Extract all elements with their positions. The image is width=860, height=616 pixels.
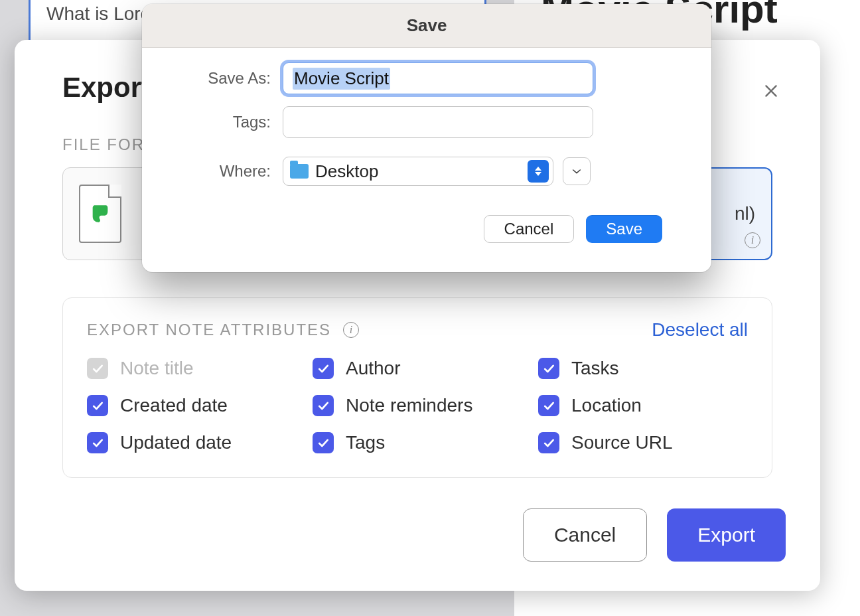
checkbox-label: Author bbox=[346, 358, 401, 379]
expand-button[interactable] bbox=[563, 157, 591, 185]
tags-label: Tags: bbox=[188, 113, 271, 131]
save-confirm-button[interactable]: Save bbox=[586, 215, 662, 243]
file-format-html-label: nl) bbox=[735, 203, 755, 224]
tags-input[interactable] bbox=[283, 106, 593, 138]
chevron-down-icon bbox=[571, 167, 582, 177]
close-button[interactable] bbox=[759, 80, 783, 104]
export-actions: Cancel Export bbox=[523, 508, 786, 562]
checkbox-label: Tasks bbox=[571, 358, 619, 379]
checkbox-label: Created date bbox=[120, 395, 228, 416]
checkbox-icon bbox=[87, 395, 108, 416]
evernote-icon bbox=[89, 201, 111, 229]
checkbox-label: Note reminders bbox=[346, 395, 472, 416]
checkbox-label: Updated date bbox=[120, 432, 232, 453]
checkbox-tags[interactable]: Tags bbox=[313, 432, 522, 453]
where-value: Desktop bbox=[315, 161, 521, 182]
save-as-label: Save As: bbox=[188, 69, 271, 88]
checkbox-source-url[interactable]: Source URL bbox=[538, 432, 748, 453]
checkbox-icon bbox=[538, 395, 559, 416]
attributes-panel: EXPORT NOTE ATTRIBUTES i Deselect all No… bbox=[62, 297, 772, 478]
folder-icon bbox=[290, 164, 309, 179]
save-as-value: Movie Script bbox=[293, 68, 390, 90]
save-as-input[interactable]: Movie Script bbox=[283, 62, 593, 94]
file-icon bbox=[79, 185, 121, 243]
save-sheet: Save Save As: Movie Script Tags: Where: … bbox=[142, 4, 711, 272]
checkbox-tasks[interactable]: Tasks bbox=[538, 358, 748, 379]
checkbox-icon bbox=[87, 358, 108, 379]
checkbox-icon bbox=[313, 395, 334, 416]
checkbox-author[interactable]: Author bbox=[313, 358, 522, 379]
info-icon[interactable]: i bbox=[745, 232, 760, 248]
info-icon[interactable]: i bbox=[343, 322, 359, 338]
export-button[interactable]: Export bbox=[667, 508, 786, 562]
save-sheet-titlebar: Save bbox=[142, 4, 711, 48]
cancel-button[interactable]: Cancel bbox=[523, 508, 647, 562]
close-icon bbox=[762, 78, 780, 106]
checkbox-created-date[interactable]: Created date bbox=[87, 395, 297, 416]
checkbox-label: Location bbox=[571, 395, 642, 416]
checkbox-icon bbox=[313, 432, 334, 453]
checkbox-updated-date[interactable]: Updated date bbox=[87, 432, 297, 453]
save-sheet-title: Save bbox=[407, 15, 447, 36]
checkbox-note-reminders[interactable]: Note reminders bbox=[313, 395, 522, 416]
checkbox-icon bbox=[87, 432, 108, 453]
where-select[interactable]: Desktop bbox=[283, 157, 553, 186]
attributes-label: EXPORT NOTE ATTRIBUTES bbox=[87, 321, 331, 339]
attributes-grid: Note title Author Tasks Created date Not… bbox=[87, 358, 748, 453]
checkbox-icon bbox=[313, 358, 334, 379]
checkbox-icon bbox=[538, 358, 559, 379]
checkbox-location[interactable]: Location bbox=[538, 395, 748, 416]
checkbox-label: Note title bbox=[120, 358, 194, 379]
deselect-all-link[interactable]: Deselect all bbox=[652, 319, 748, 341]
checkbox-label: Tags bbox=[346, 432, 385, 453]
updown-icon bbox=[528, 160, 549, 183]
checkbox-label: Source URL bbox=[571, 432, 673, 453]
where-label: Where: bbox=[188, 162, 271, 181]
save-cancel-button[interactable]: Cancel bbox=[484, 215, 575, 243]
checkbox-icon bbox=[538, 432, 559, 453]
checkbox-note-title: Note title bbox=[87, 358, 297, 379]
